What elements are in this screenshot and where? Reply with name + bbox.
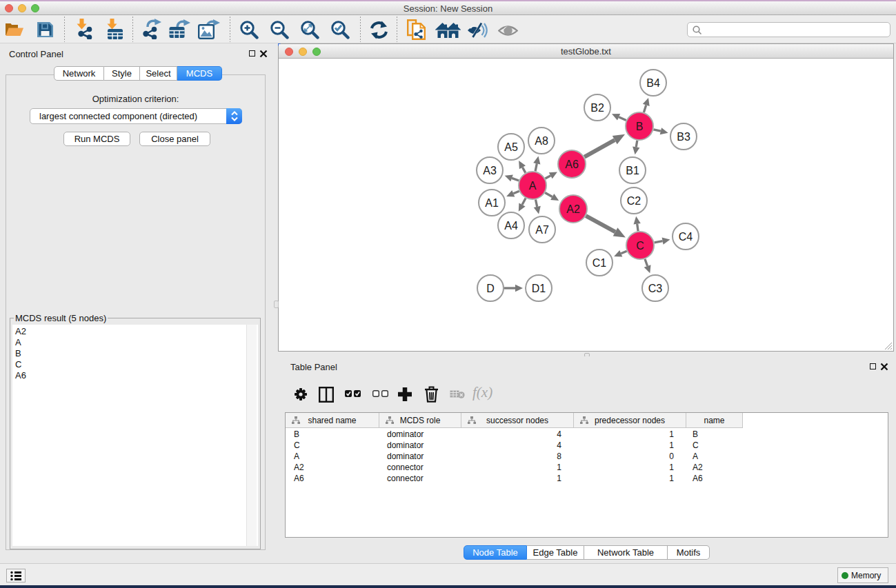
svg-text:A: A [529, 180, 537, 192]
svg-text:A6: A6 [565, 159, 579, 170]
svg-text:C3: C3 [648, 283, 663, 294]
svg-text:B: B [636, 121, 644, 132]
svg-text:D: D [486, 283, 495, 294]
svg-text:A8: A8 [535, 135, 548, 147]
svg-text:B2: B2 [590, 102, 604, 114]
svg-text:B1: B1 [626, 165, 639, 176]
svg-text:A3: A3 [483, 165, 497, 176]
svg-text:D1: D1 [532, 283, 546, 294]
svg-text:C: C [636, 240, 644, 252]
svg-text:A5: A5 [504, 141, 518, 153]
svg-text:A2: A2 [566, 203, 580, 215]
svg-text:B4: B4 [646, 77, 660, 89]
svg-text:C4: C4 [679, 231, 693, 243]
svg-text:A4: A4 [504, 220, 518, 232]
svg-text:C2: C2 [627, 195, 641, 207]
svg-text:A1: A1 [485, 197, 499, 209]
svg-text:C1: C1 [593, 257, 607, 269]
svg-text:B3: B3 [677, 131, 690, 143]
svg-text:A7: A7 [535, 224, 549, 236]
